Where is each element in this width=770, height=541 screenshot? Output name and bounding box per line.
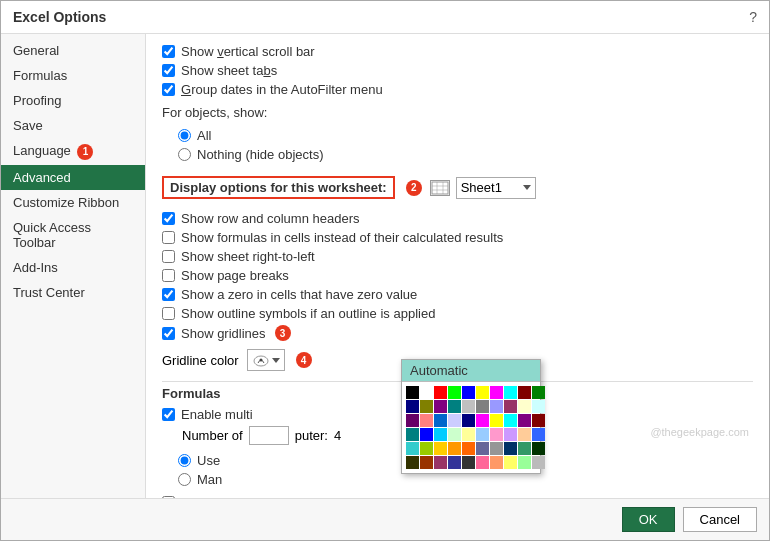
sidebar-item-customize[interactable]: Customize Ribbon [1,190,145,215]
color-cell[interactable] [504,414,517,427]
color-cell[interactable] [490,442,503,455]
color-cell[interactable] [462,414,475,427]
color-cell[interactable] [448,456,461,469]
color-auto-option[interactable]: Automatic [402,360,540,382]
color-cell[interactable] [532,414,545,427]
group-dates-checkbox[interactable] [162,83,175,96]
number-input[interactable] [249,426,289,445]
radio-nothing-label[interactable]: Nothing (hide objects) [197,147,323,162]
color-cell[interactable] [490,400,503,413]
color-cell[interactable] [406,386,419,399]
gridline-color-button[interactable] [247,349,285,371]
color-cell[interactable] [518,400,531,413]
zero-value-label[interactable]: Show a zero in cells that have zero valu… [181,287,417,302]
color-cell[interactable] [518,386,531,399]
color-cell[interactable] [476,386,489,399]
radio-all-label[interactable]: All [197,128,211,143]
color-cell[interactable] [532,442,545,455]
color-cell[interactable] [434,386,447,399]
color-cell[interactable] [476,456,489,469]
sidebar-item-addins[interactable]: Add-Ins [1,255,145,280]
color-cell[interactable] [462,456,475,469]
radio-nothing[interactable] [178,148,191,161]
color-cell[interactable] [476,442,489,455]
color-cell[interactable] [406,428,419,441]
color-cell[interactable] [406,414,419,427]
color-cell[interactable] [420,386,433,399]
radio-use[interactable] [178,454,191,467]
color-cell[interactable] [504,428,517,441]
color-cell[interactable] [406,456,419,469]
gridlines-label[interactable]: Show gridlines [181,326,266,341]
enable-multi-checkbox[interactable] [162,408,175,421]
formulas-cells-label[interactable]: Show formulas in cells instead of their … [181,230,503,245]
help-button[interactable]: ? [749,9,757,25]
radio-all[interactable] [178,129,191,142]
radio-man-label[interactable]: Man [197,472,222,487]
color-cell[interactable] [462,386,475,399]
page-breaks-checkbox[interactable] [162,269,175,282]
color-cell[interactable] [448,400,461,413]
sheet-rtl-checkbox[interactable] [162,250,175,263]
color-cell[interactable] [434,442,447,455]
radio-use-label[interactable]: Use [197,453,220,468]
color-cell[interactable] [434,400,447,413]
color-cell[interactable] [532,400,545,413]
allow-xll-label[interactable]: Allow user-defined XLL functions to run … [181,495,531,498]
sidebar-item-save[interactable]: Save [1,113,145,138]
color-cell[interactable] [420,414,433,427]
sheet-tabs-checkbox[interactable] [162,64,175,77]
sidebar-item-formulas[interactable]: Formulas [1,63,145,88]
color-cell[interactable] [504,400,517,413]
color-cell[interactable] [462,400,475,413]
formulas-cells-checkbox[interactable] [162,231,175,244]
outline-symbols-checkbox[interactable] [162,307,175,320]
color-cell[interactable] [420,456,433,469]
color-cell[interactable] [448,442,461,455]
color-cell[interactable] [490,456,503,469]
page-breaks-label[interactable]: Show page breaks [181,268,289,283]
outline-symbols-label[interactable]: Show outline symbols if an outline is ap… [181,306,435,321]
color-cell[interactable] [420,442,433,455]
color-cell[interactable] [448,428,461,441]
row-col-headers-checkbox[interactable] [162,212,175,225]
color-cell[interactable] [462,442,475,455]
color-cell[interactable] [518,414,531,427]
sidebar-item-trust[interactable]: Trust Center [1,280,145,305]
color-cell[interactable] [476,428,489,441]
color-cell[interactable] [448,386,461,399]
sidebar-item-quick-access[interactable]: Quick Access Toolbar [1,215,145,255]
vertical-scroll-label[interactable]: Show vertical scroll bar [181,44,315,59]
worksheet-dropdown[interactable]: Sheet1 [456,177,536,199]
zero-value-checkbox[interactable] [162,288,175,301]
sidebar-item-general[interactable]: General [1,38,145,63]
enable-multi-label[interactable]: Enable multi [181,407,253,422]
color-cell[interactable] [504,386,517,399]
color-cell[interactable] [462,428,475,441]
color-cell[interactable] [434,414,447,427]
color-cell[interactable] [518,442,531,455]
color-cell[interactable] [420,400,433,413]
ok-button[interactable]: OK [622,507,675,532]
color-cell[interactable] [420,428,433,441]
cancel-button[interactable]: Cancel [683,507,757,532]
sheet-rtl-label[interactable]: Show sheet right-to-left [181,249,315,264]
allow-xll-checkbox[interactable] [162,496,175,498]
sidebar-item-language[interactable]: Language 1 [1,138,145,165]
color-cell[interactable] [490,386,503,399]
color-cell[interactable] [504,442,517,455]
color-cell[interactable] [490,414,503,427]
color-cell[interactable] [406,442,419,455]
group-dates-label[interactable]: Group dates in the AutoFilter menu [181,82,383,97]
color-cell[interactable] [490,428,503,441]
radio-man[interactable] [178,473,191,486]
sheet-tabs-label[interactable]: Show sheet tabs [181,63,277,78]
color-cell[interactable] [406,400,419,413]
sidebar-item-proofing[interactable]: Proofing [1,88,145,113]
color-cell[interactable] [532,456,545,469]
color-cell[interactable] [532,428,545,441]
row-col-headers-label[interactable]: Show row and column headers [181,211,360,226]
vertical-scroll-checkbox[interactable] [162,45,175,58]
color-cell[interactable] [434,428,447,441]
color-cell[interactable] [532,386,545,399]
